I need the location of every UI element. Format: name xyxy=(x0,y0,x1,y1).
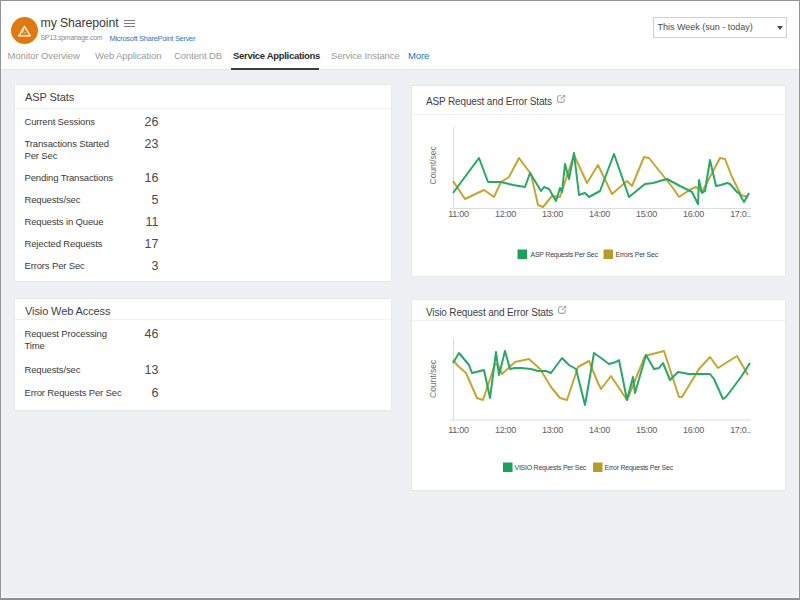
svg-text:17:0..: 17:0.. xyxy=(730,209,751,219)
svg-text:VISIO Requests Per Sec: VISIO Requests Per Sec xyxy=(515,464,587,472)
svg-text:15:00: 15:00 xyxy=(636,425,657,435)
svg-text:15:00: 15:00 xyxy=(636,209,657,219)
svg-text:Error Requests Per Sec: Error Requests Per Sec xyxy=(605,464,674,472)
svg-text:14:00: 14:00 xyxy=(589,209,610,219)
svg-text:11:00: 11:00 xyxy=(448,209,469,219)
svg-text:14:00: 14:00 xyxy=(589,425,610,435)
svg-text:ASP Requests Per Sec: ASP Requests Per Sec xyxy=(531,251,599,259)
svg-text:13:00: 13:00 xyxy=(542,209,563,219)
svg-text:Count/sec: Count/sec xyxy=(428,145,438,184)
svg-text:Count/sec: Count/sec xyxy=(428,359,438,398)
svg-text:13:00: 13:00 xyxy=(542,425,563,435)
svg-text:11:00: 11:00 xyxy=(448,425,469,435)
svg-text:16:00: 16:00 xyxy=(683,209,704,219)
svg-text:12:00: 12:00 xyxy=(495,209,516,219)
svg-text:16:00: 16:00 xyxy=(683,425,704,435)
svg-text:17:0..: 17:0.. xyxy=(730,425,751,435)
svg-text:Errors Per Sec: Errors Per Sec xyxy=(616,251,659,258)
svg-text:12:00: 12:00 xyxy=(495,425,516,435)
